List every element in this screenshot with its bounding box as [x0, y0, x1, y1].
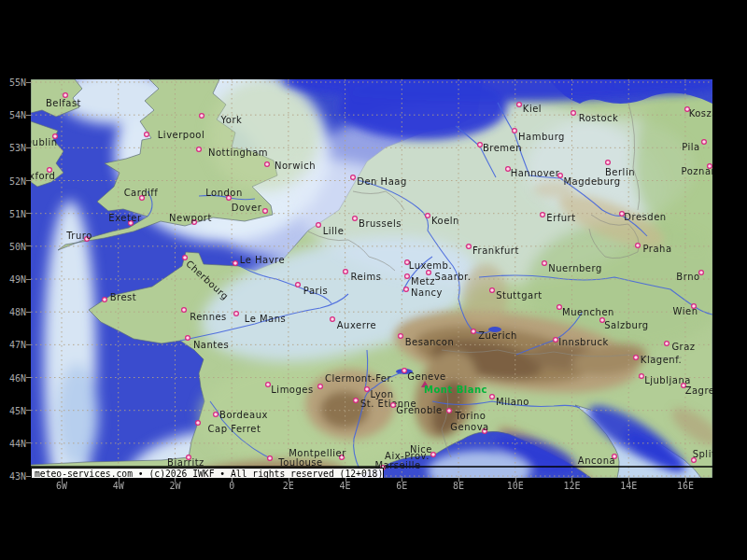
city: Graz [665, 342, 696, 352]
lat-tick-label: 43N [0, 471, 26, 482]
city-marker [543, 261, 547, 266]
lon-tick [62, 478, 63, 482]
city-label: Dover [232, 203, 262, 213]
city-label: London [205, 188, 243, 198]
city-marker [665, 342, 669, 346]
city: Berlin [605, 161, 635, 177]
lat-tick-label: 48N [0, 307, 26, 317]
city: Innsbruck [554, 337, 609, 347]
city: Dover [232, 203, 268, 214]
city: Torino [447, 409, 486, 421]
city: Biarritz [167, 455, 204, 468]
city-marker [554, 338, 558, 343]
city-marker [447, 409, 452, 413]
city-marker [103, 298, 107, 302]
city-label: Ancona [578, 455, 615, 466]
city-marker [478, 143, 483, 147]
city: Liverpool [145, 130, 205, 140]
city-marker [354, 399, 359, 403]
city-label: Wien [673, 306, 698, 316]
city: Pila [682, 140, 706, 152]
lat-tick [26, 410, 31, 411]
city-marker [606, 161, 611, 165]
city: Montpellier [289, 448, 346, 460]
lat-tick [26, 377, 31, 378]
city-label: Biarritz [167, 457, 204, 468]
lon-tick-label: 6W [41, 481, 82, 491]
city-marker [513, 129, 517, 133]
city: Geneve [402, 369, 446, 382]
city-label: Den Haag [357, 176, 407, 187]
lat-tick [26, 344, 31, 345]
city: Exeter [108, 213, 142, 226]
city: Dublin [31, 134, 58, 147]
lon-tick [345, 478, 346, 482]
city-marker [640, 374, 644, 379]
city-label: Koszalin [689, 108, 712, 119]
city: Nuernberg [543, 261, 602, 273]
city-label: Newport [169, 213, 212, 223]
lon-tick-label: 12E [551, 481, 592, 491]
city: Brussels [353, 217, 402, 229]
city-marker [214, 413, 218, 417]
city-label: Bordeaux [219, 410, 268, 420]
city: Zagreb [682, 384, 712, 396]
lon-tick [175, 478, 176, 482]
city: Wien [673, 304, 698, 316]
city: Nancy [404, 287, 443, 298]
lon-tick-label: 14E [608, 481, 649, 491]
lat-tick [26, 180, 31, 181]
city-label: Toulouse [277, 457, 322, 468]
lat-tick-label: 53N [0, 143, 26, 153]
city: Le Havre [233, 255, 286, 266]
lat-tick-label: 54N [0, 110, 26, 120]
city: Dresden [620, 212, 667, 222]
city-label: Klagenf. [641, 355, 682, 365]
city: Rostock [571, 111, 619, 123]
city: Muenchen [557, 305, 614, 317]
lon-tick [628, 478, 629, 482]
city-marker [200, 114, 204, 119]
city-label: Cardiff [124, 188, 159, 198]
city-label: Le Havre [240, 255, 285, 265]
lat-tick-label: 45N [0, 405, 26, 415]
city: Nantes [186, 336, 230, 350]
lat-tick [26, 279, 31, 280]
city-label: Erfurt [546, 213, 575, 223]
city: Poznan [682, 164, 712, 176]
city-marker [344, 270, 348, 274]
city-label: Norwich [275, 161, 316, 171]
city: Luxemb. [405, 260, 453, 271]
city-label: Zuerich [478, 330, 517, 341]
city-marker [351, 175, 356, 180]
city-marker [234, 312, 239, 316]
lon-tick [232, 478, 233, 482]
city-marker [402, 369, 407, 373]
city-marker [331, 317, 335, 322]
lon-tick-label: 4W [98, 481, 139, 491]
city-label: Metz [411, 276, 435, 287]
city: Nottingham [197, 147, 268, 158]
weather-map-screen: BelfastDublinWexfordYorkLiverpoolNotting… [0, 0, 747, 560]
city: Hamburg [513, 129, 565, 142]
city-label: Wexford [31, 171, 55, 181]
lat-tick-label: 51N [0, 208, 26, 218]
city-label: Clermont-Fer. [325, 373, 394, 384]
city: Limoges [266, 383, 314, 395]
lat-tick-label: 52N [0, 175, 26, 186]
lat-tick-label: 50N [0, 241, 26, 251]
city-label: Nancy [411, 287, 443, 298]
lat-tick [26, 312, 31, 313]
city-marker [541, 213, 545, 217]
city-label: Luxemb. [409, 260, 452, 271]
city-label: Nice [410, 444, 432, 455]
city-label: Dresden [624, 212, 666, 222]
lon-tick [685, 478, 686, 482]
lon-tick-label: 6E [381, 481, 422, 491]
city: Stuttgart [490, 288, 543, 301]
city-marker [557, 305, 562, 310]
lat-tick [26, 115, 31, 116]
city-label: Cap Ferret [208, 424, 261, 434]
city: Erfurt [541, 213, 576, 223]
city-label: Pila [682, 142, 700, 152]
